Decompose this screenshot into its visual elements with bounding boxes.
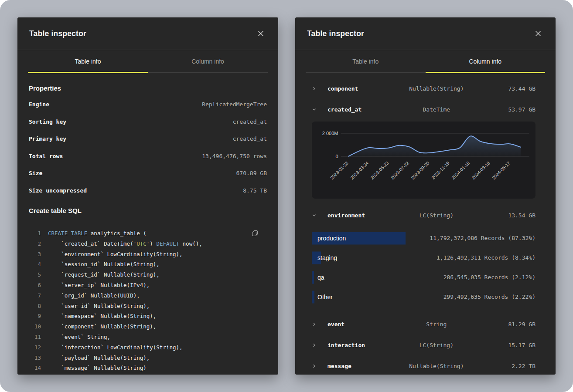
close-icon xyxy=(535,30,541,37)
env-value-label: production xyxy=(312,235,346,242)
chevron-right-icon xyxy=(312,343,327,348)
created-at-histogram: 2 000M 0 2023-01-232023-03-242023-05-232… xyxy=(312,122,535,199)
property-label: Size uncompressed xyxy=(29,187,87,194)
x-tick-label: 2023-07-22 xyxy=(390,160,410,181)
copy-icon xyxy=(252,230,258,237)
x-tick-label: 2023-05-23 xyxy=(369,160,390,181)
column-size: 81.29 GB xyxy=(470,321,535,328)
chevron-down-icon xyxy=(312,107,327,112)
code-text: CREATE TABLE analytics_table ( xyxy=(48,228,147,239)
property-row: EngineReplicatedMergeTree xyxy=(29,96,267,113)
env-value-records: 299,492,635 Records (2.22%) xyxy=(443,294,535,300)
columns-list: componentNullable(String)73.44 GBcreated… xyxy=(295,73,556,375)
tab-table-info[interactable]: Table info xyxy=(28,50,148,72)
created-at-histogram-svg: 2 000M 0 2023-01-232023-03-242023-05-232… xyxy=(312,122,535,199)
code-text: `interaction` LowCardinality(String), xyxy=(48,342,183,353)
column-size: 13.54 GB xyxy=(470,212,535,219)
modal-header: Table inspector xyxy=(295,17,556,50)
line-number: 12 xyxy=(29,342,41,353)
column-row[interactable]: interactionLC(String)15.17 GB xyxy=(312,335,535,355)
copy-button[interactable] xyxy=(250,228,260,238)
screenshot-canvas: Table inspector Table info Column info P… xyxy=(0,0,573,392)
env-value-row: Other299,492,635 Records (2.22%) xyxy=(312,287,535,307)
env-value-records: 11,792,372,086 Records (87.32%) xyxy=(430,235,535,241)
column-type: Nullable(String) xyxy=(403,85,469,92)
property-row: Primary keycreated_at xyxy=(29,130,267,148)
chevron-right-icon xyxy=(312,364,327,368)
chevron-down-icon xyxy=(312,213,327,218)
x-tick-label: 2024-03-18 xyxy=(471,160,491,181)
line-number: 5 xyxy=(29,270,41,280)
property-row: Size670.89 GB xyxy=(29,165,267,182)
code-text: `component` Nullable(String), xyxy=(48,321,156,332)
column-type: LC(String) xyxy=(403,212,469,219)
env-value-label: staging xyxy=(312,254,337,261)
property-row: Total rows13,496,476,750 rows xyxy=(29,148,267,165)
sql-line: 10 `component` Nullable(String), xyxy=(29,321,267,332)
table-inspector-modal-left: Table inspector Table info Column info P… xyxy=(17,17,278,375)
line-number: 11 xyxy=(29,332,41,342)
properties-list: EngineReplicatedMergeTreeSorting keycrea… xyxy=(29,96,267,199)
column-row[interactable]: created_atDateTime53.97 GB xyxy=(312,99,535,120)
column-name: environment xyxy=(327,212,403,219)
line-number: 1 xyxy=(29,228,41,239)
code-text: ) ENGINE = ReplicatedMergeTree('/clickho… xyxy=(48,373,268,375)
code-text: `message` Nullable(String) xyxy=(48,363,147,373)
line-number: 14 xyxy=(29,363,41,373)
code-text: `user_id` Nullable(String), xyxy=(48,301,150,311)
sql-lines: 1CREATE TABLE analytics_table (2 `create… xyxy=(29,228,267,375)
code-text: `session_id` Nullable(String), xyxy=(48,259,160,270)
tab-column-info[interactable]: Column info xyxy=(426,50,546,72)
chevron-right-icon xyxy=(312,322,327,327)
properties-heading: Properties xyxy=(29,84,267,92)
tab-table-info[interactable]: Table info xyxy=(306,50,426,72)
property-value: 670.89 GB xyxy=(236,170,267,176)
close-button[interactable] xyxy=(255,28,266,39)
line-number: 10 xyxy=(29,321,41,332)
property-value: ReplicatedMergeTree xyxy=(202,101,267,108)
x-tick-label: 2024-05-17 xyxy=(491,160,512,181)
tab-column-info[interactable]: Column info xyxy=(148,50,268,72)
property-value: created_at xyxy=(233,135,267,142)
column-row[interactable]: componentNullable(String)73.44 GB xyxy=(312,78,535,99)
property-value: 8.75 TB xyxy=(243,187,267,194)
modal-title: Table inspector xyxy=(29,29,86,38)
x-tick-label: 2023-03-24 xyxy=(349,160,370,181)
table-inspector-modal-right: Table inspector Table info Column info c… xyxy=(295,17,556,375)
property-row: Sorting keycreated_at xyxy=(29,113,267,131)
table-info-content: Properties EngineReplicatedMergeTreeSort… xyxy=(17,84,278,375)
column-size: 15.17 GB xyxy=(470,342,535,348)
sql-line: 13 `payload` Nullable(String), xyxy=(29,353,267,363)
env-value-row: staging1,126,492,311 Records (8.34%) xyxy=(312,248,535,267)
env-value-records: 286,545,035 Records (2.12%) xyxy=(443,274,535,280)
code-text: `event` String, xyxy=(48,332,110,342)
sql-line: 4 `session_id` Nullable(String), xyxy=(29,259,267,270)
x-tick-label: 2023-01-23 xyxy=(329,160,349,181)
modal-header: Table inspector xyxy=(17,17,278,50)
column-row[interactable]: messageNullable(String)2.22 TB xyxy=(312,355,535,375)
column-type: Nullable(String) xyxy=(403,363,469,369)
column-type: String xyxy=(403,321,469,328)
env-value-records: 1,126,492,311 Records (8.34%) xyxy=(437,254,535,261)
code-text: `environment` LowCardinality(String), xyxy=(48,249,183,260)
tab-bar: Table info Column info xyxy=(28,50,268,73)
column-name: message xyxy=(327,363,403,369)
sql-line: 9 `namespace` Nullable(String), xyxy=(29,311,267,321)
code-text: `namespace` Nullable(String), xyxy=(48,311,156,321)
sql-line: 12 `interaction` LowCardinality(String), xyxy=(29,342,267,353)
sql-line: 15) ENGINE = ReplicatedMergeTree('/click… xyxy=(29,373,267,375)
sql-line: 14 `message` Nullable(String) xyxy=(29,363,267,373)
column-row[interactable]: eventString81.29 GB xyxy=(312,314,535,335)
environment-values-list: production11,792,372,086 Records (87.32%… xyxy=(312,228,535,307)
property-label: Total rows xyxy=(29,153,63,159)
code-text: `server_ip` Nullable(IPv4), xyxy=(48,280,150,291)
env-value-label: qa xyxy=(312,274,324,281)
column-type: LC(String) xyxy=(403,342,469,348)
sql-line: 3 `environment` LowCardinality(String), xyxy=(29,249,267,260)
close-button[interactable] xyxy=(532,28,544,39)
column-name: interaction xyxy=(327,342,403,348)
column-row[interactable]: environmentLC(String)13.54 GB xyxy=(312,205,535,226)
property-value: 13,496,476,750 rows xyxy=(202,153,267,159)
sql-line: 6 `server_ip` Nullable(IPv4), xyxy=(29,280,267,291)
env-value-label: Other xyxy=(312,294,333,301)
